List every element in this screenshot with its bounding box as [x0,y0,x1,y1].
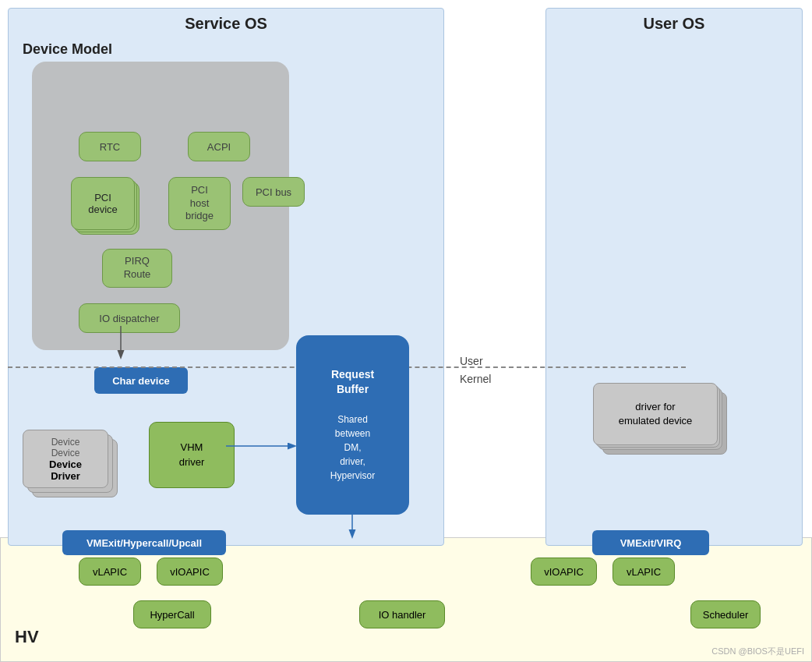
acpi-box: ACPI [188,132,250,161]
pci-bus-box: PCI bus [242,177,305,207]
pirq-route-box: PIRQRoute [102,249,172,288]
device-model-inner-box: RTC ACPI PCIdevice PCIhostbridge PCI bus [32,62,289,350]
io-handler-box: IO handler [359,600,445,628]
de-front: driver for emulated device [593,383,718,445]
vlapic-left: vLAPIC [79,558,141,586]
char-device-box: Char device [94,367,188,394]
hypercall-box: HyperCall [133,600,211,628]
service-os-title: Service OS [185,15,267,33]
watermark: CSDN @BIOS不是UEFI [711,646,804,657]
pci-device-front: PCIdevice [71,177,135,230]
vmexit-virq-button[interactable]: VMExit/VIRQ [592,530,709,555]
hv-section: HV vLAPIC vIOAPIC HyperCall IO handler v… [0,537,812,662]
vioapic-right: vIOAPIC [531,558,597,586]
request-buffer-box: RequestBuffer SharedbetweenDM,driver,Hyp… [296,335,409,515]
dd-front: Device Device DeviceDriver [23,430,108,488]
io-dispatcher-box: IO dispatcher [79,303,180,333]
device-model-label: Device Model [23,41,112,58]
vhm-driver-box: VHMdriver [149,422,235,488]
user-os-box: User OS driver for emulated device [545,8,803,546]
scheduler-box: Scheduler [690,600,761,628]
hv-label: HV [15,627,39,647]
user-os-title: User OS [644,15,705,33]
vmexit-hv-button[interactable]: VMExit/Hypercall/Upcall [62,530,226,555]
user-label: User [460,355,483,367]
vioapic-left: vIOAPIC [157,558,223,586]
pci-host-bridge-box: PCIhostbridge [168,177,231,230]
main-container: HV vLAPIC vIOAPIC HyperCall IO handler v… [0,0,812,662]
rtc-box: RTC [79,132,141,161]
vlapic-right: vLAPIC [613,558,675,586]
kernel-label: Kernel [460,373,491,385]
